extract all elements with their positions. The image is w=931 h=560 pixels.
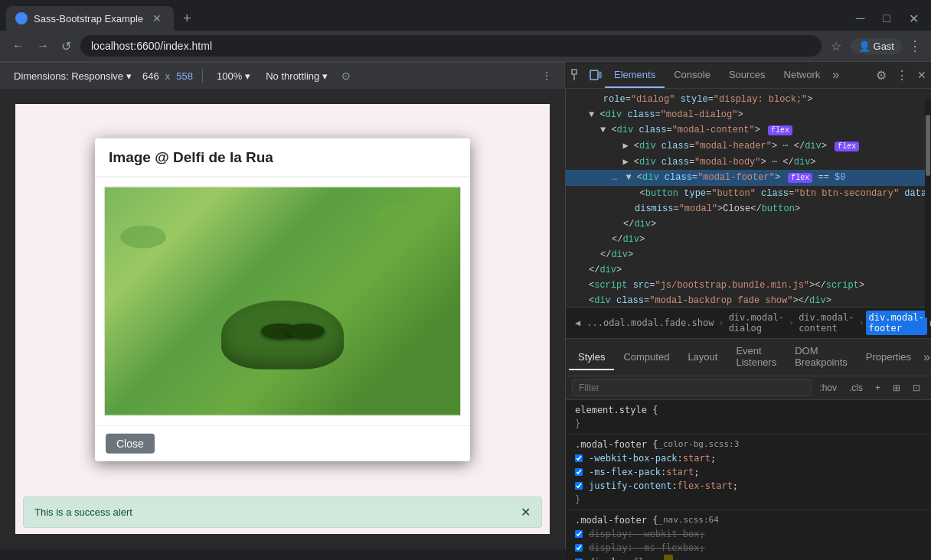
style-prop-line-2: -ms-flex-pack: start; [575, 465, 922, 479]
zoom-selector[interactable]: 100% ▾ [212, 69, 255, 83]
style-prop-line-3: justify-content: flex-start; [575, 479, 922, 493]
tree-scrollbar-thumb[interactable] [926, 115, 930, 176]
close-window-button[interactable]: ✕ [903, 8, 925, 29]
tab-computed[interactable]: Computed [614, 345, 678, 370]
tab-properties[interactable]: Properties [857, 345, 920, 370]
style-prop-line-flex: display: flex; ⊞ [575, 555, 922, 560]
style-checkbox[interactable] [575, 544, 583, 552]
style-prop-struck: display: -webkit-box; [586, 527, 705, 541]
new-tab-button[interactable]: + [177, 8, 198, 30]
lower-tabs-more[interactable]: » [920, 344, 931, 370]
tree-line: </div> [566, 247, 931, 262]
bc-item-1[interactable]: div.modal-dialog [726, 311, 787, 335]
bc-sep-3: › [857, 317, 865, 328]
profile-button[interactable]: 👤 Gast [851, 38, 902, 54]
alert-close-icon[interactable]: ✕ [521, 505, 531, 519]
tree-line: ▼ <div class="modal-dialog"> [566, 107, 931, 122]
tab-console[interactable]: Console [665, 63, 720, 88]
throttle-selector[interactable]: No throttling ▾ [261, 69, 332, 83]
sep1 [202, 69, 203, 83]
style-prop-name: justify-content [586, 479, 671, 493]
bc-item-3[interactable]: div.modal-footer [866, 311, 927, 335]
frog-image [104, 187, 461, 416]
toggle-classes-button[interactable]: ⊞ [888, 380, 905, 396]
tree-line: ▶ <div class="modal-body"> ⋯ </div> [566, 155, 931, 170]
style-checkbox[interactable] [575, 530, 583, 538]
tab-network[interactable]: Network [775, 63, 830, 88]
bookmarks-icon[interactable]: ☆ [828, 36, 844, 57]
width-value: 646 [142, 70, 159, 82]
style-prop-value: flex-start [678, 479, 733, 493]
dimensions-chevron: ▾ [126, 70, 132, 82]
filter-bar: :hov .cls + ⊞ ⊡ [566, 376, 931, 400]
bc-item-0[interactable]: ...odal.modal.fade.show [583, 316, 717, 330]
modal-title: Image @ Delfi de la Rua [109, 149, 273, 165]
address-bar: ← → ↺ ☆ 👤 Gast ⋮ [0, 31, 931, 61]
back-button[interactable]: ← [9, 36, 28, 56]
style-section-element: element.style { } [566, 400, 931, 435]
tree-line: <div class="modal-backdrop fade show"></… [566, 293, 931, 307]
active-tab[interactable]: Sass-Bootstrap Example ✕ [6, 6, 174, 31]
maximize-button[interactable]: □ [877, 8, 897, 28]
style-origin: _color-bg.scss:3 [658, 438, 739, 451]
tab-layout[interactable]: Layout [678, 345, 727, 370]
more-options-icon[interactable]: ⋮ [538, 67, 555, 85]
tree-scrollbar[interactable] [925, 99, 931, 317]
dimensions-selector[interactable]: Dimensions: Responsive ▾ [9, 69, 136, 83]
hov-button[interactable]: :hov [815, 380, 841, 396]
minimize-button[interactable]: ─ [850, 8, 871, 28]
style-checkbox[interactable] [575, 454, 583, 462]
style-prop-name: -webkit-box-pack [586, 451, 678, 465]
style-checkbox[interactable] [575, 482, 583, 490]
devtools-more-options[interactable]: ⋮ [891, 63, 913, 87]
throttle-chevron: ▾ [322, 70, 328, 82]
inspect-icon[interactable] [568, 66, 586, 84]
capture-icon[interactable]: ⊙ [338, 67, 354, 85]
modal-header: Image @ Delfi de la Rua [95, 138, 470, 177]
settings-icon[interactable]: ⚙ [871, 63, 891, 87]
reload-button[interactable]: ↺ [58, 36, 74, 57]
main-layout: Image @ Delfi de la Rua [0, 89, 931, 549]
address-input[interactable] [80, 35, 822, 57]
devtools-content: role="dialog" style="display: block;"> ▼… [566, 89, 931, 560]
tab-title: Sass-Bootstrap Example [34, 13, 143, 24]
devtools-close-button[interactable]: ✕ [913, 64, 931, 86]
add-style-button[interactable]: + [871, 380, 885, 396]
tree-line-selected[interactable]: … ▼ <div class="modal-footer"> flex == $… [566, 170, 931, 186]
tab-sources[interactable]: Sources [720, 63, 775, 88]
new-rule-button[interactable]: ⊡ [908, 380, 925, 396]
tab-elements[interactable]: Elements [605, 63, 665, 88]
style-close-brace: } [575, 417, 580, 431]
style-close-brace: } [575, 493, 580, 506]
style-prop-value: start [683, 451, 710, 465]
tab-close-button[interactable]: ✕ [149, 11, 165, 26]
tree-line: ▶ <div class="modal-header"> ⋯ </div> fl… [566, 138, 931, 155]
modal-dialog: Image @ Delfi de la Rua [95, 138, 470, 461]
x-label: x [165, 70, 171, 82]
devtools-more-tabs[interactable]: » [829, 62, 842, 88]
zoom-chevron: ▾ [245, 70, 250, 82]
tree-line: </div> [566, 262, 931, 278]
tree-line: </div> [566, 232, 931, 247]
bc-nav-right[interactable]: ▶ [927, 316, 931, 330]
style-close-line: } [575, 417, 922, 431]
forward-button[interactable]: → [34, 36, 52, 56]
style-filter-input[interactable] [572, 379, 812, 396]
tab-dom-breakpoints[interactable]: DOM Breakpoints [786, 339, 857, 376]
style-prop-name: -ms-flex-pack [586, 465, 661, 479]
lower-tabs-bar: Styles Computed Layout Event Listeners D… [566, 339, 931, 376]
tab-bar: Sass-Bootstrap Example ✕ + ─ □ ✕ [0, 0, 931, 31]
zoom-label: 100% [217, 70, 242, 82]
profile-label: Gast [874, 41, 894, 52]
browser-menu-button[interactable]: ⋮ [908, 37, 922, 54]
device-icon[interactable] [586, 66, 605, 84]
tab-event-listeners[interactable]: Event Listeners [727, 339, 786, 376]
bc-item-2[interactable]: div.modal-content [795, 311, 857, 335]
lily-pad-2 [120, 226, 166, 249]
modal-close-button[interactable]: Close [106, 434, 155, 454]
bc-nav-left[interactable]: ◀ [572, 316, 583, 330]
style-checkbox[interactable] [575, 468, 583, 476]
elements-tree[interactable]: role="dialog" style="display: block;"> ▼… [566, 89, 931, 307]
cls-button[interactable]: .cls [844, 380, 867, 396]
tab-styles[interactable]: Styles [569, 345, 614, 370]
